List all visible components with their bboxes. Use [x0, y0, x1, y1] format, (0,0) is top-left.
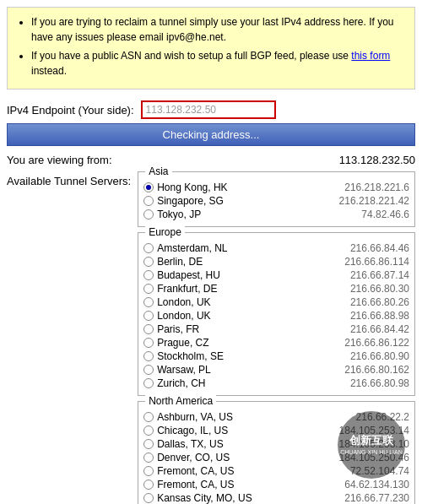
radio-button[interactable] [143, 466, 154, 476]
radio-button[interactable] [143, 439, 154, 449]
endpoint-row: IPv4 Endpoint (Your side): [0, 96, 422, 123]
radio-button[interactable] [143, 297, 154, 307]
info-line-2: If you have a public ASN and wish to set… [31, 48, 406, 79]
radio-button[interactable] [143, 243, 154, 253]
server-row[interactable]: London, UK216.66.88.98 [143, 309, 409, 322]
server-name: Berlin, DE [157, 256, 203, 268]
server-ip: 216.66.84.42 [350, 323, 409, 335]
radio-button[interactable] [143, 480, 154, 490]
server-row[interactable]: Stockholm, SE216.66.80.90 [143, 350, 409, 363]
server-ip: 216.66.80.26 [350, 296, 409, 308]
info-box: If you are trying to reclaim a tunnel si… [7, 7, 415, 89]
radio-button[interactable] [143, 324, 154, 334]
server-ip: 216.66.86.114 [344, 256, 409, 268]
radio-button[interactable] [143, 257, 154, 267]
viewing-row: You are viewing from: 113.128.232.50 [0, 151, 422, 169]
server-name: Tokyo, JP [157, 209, 201, 220]
server-row[interactable]: Singapore, SG216.218.221.42 [143, 194, 409, 208]
radio-button[interactable] [143, 365, 154, 375]
watermark: 创新互联 CHUANG XIN HU LIAN [338, 411, 405, 479]
viewing-ip: 113.128.232.50 [339, 154, 415, 166]
radio-button[interactable] [143, 351, 154, 361]
server-ip: 216.218.221.42 [339, 195, 409, 207]
server-row[interactable]: Zurich, CH216.66.80.98 [143, 377, 409, 390]
radio-button[interactable] [143, 453, 154, 463]
radio-button[interactable] [143, 182, 154, 192]
info-line-1: If you are trying to reclaim a tunnel si… [31, 14, 406, 45]
server-name: Dallas, TX, US [157, 438, 223, 450]
server-name: London, UK [157, 310, 210, 322]
server-name: Fremont, CA, US [157, 479, 234, 490]
server-name: Zurich, CH [157, 377, 205, 389]
server-name: Denver, CO, US [157, 452, 230, 463]
available-label: Available Tunnel Servers: [7, 171, 131, 504]
server-row[interactable]: Budapest, HU216.66.87.14 [143, 268, 409, 282]
server-row[interactable]: Tokyo, JP74.82.46.6 [143, 208, 409, 221]
server-name: Kansas City, MO, US [157, 492, 252, 504]
server-ip: 216.66.80.90 [350, 350, 409, 362]
region-title: North America [145, 395, 216, 407]
server-name: Amsterdam, NL [157, 242, 227, 254]
endpoint-label: IPv4 Endpoint (Your side): [7, 104, 134, 117]
server-row[interactable]: London, UK216.66.80.26 [143, 295, 409, 309]
server-name: Stockholm, SE [157, 350, 224, 362]
server-ip: 74.82.46.6 [361, 209, 409, 220]
server-ip: 216.66.88.98 [350, 310, 409, 322]
server-row[interactable]: Kansas City, MO, US216.66.77.230 [143, 491, 409, 504]
server-ip: 216.66.86.122 [344, 337, 409, 349]
server-name: Ashburn, VA, US [157, 411, 233, 423]
server-name: Paris, FR [157, 323, 199, 335]
radio-button[interactable] [143, 284, 154, 294]
server-row[interactable]: Berlin, DE216.66.86.114 [143, 255, 409, 268]
region-box-europe: EuropeAmsterdam, NL216.66.84.46Berlin, D… [138, 232, 415, 396]
this-form-link[interactable]: this form [351, 50, 390, 62]
server-name: Budapest, HU [157, 269, 220, 281]
server-name: Fremont, CA, US [157, 465, 234, 477]
server-ip: 216.66.87.14 [350, 269, 409, 281]
viewing-label: You are viewing from: [7, 154, 112, 166]
server-ip: 216.66.84.46 [350, 242, 409, 254]
region-title: Europe [145, 226, 185, 238]
server-ip: 216.218.221.6 [344, 182, 409, 193]
server-name: Hong Kong, HK [157, 182, 227, 193]
server-row[interactable]: Fremont, CA, US64.62.134.130 [143, 478, 409, 491]
radio-button[interactable] [143, 270, 154, 280]
radio-button[interactable] [143, 209, 154, 219]
region-box-asia: AsiaHong Kong, HK216.218.221.6Singapore,… [138, 171, 415, 227]
server-ip: 216.66.80.162 [344, 364, 409, 376]
radio-button[interactable] [143, 311, 154, 321]
server-row[interactable]: Frankfurt, DE216.66.80.30 [143, 282, 409, 295]
server-row[interactable]: Warsaw, PL216.66.80.162 [143, 363, 409, 377]
server-ip: 216.66.80.30 [350, 283, 409, 295]
server-name: London, UK [157, 296, 210, 308]
server-ip: 216.66.80.98 [350, 377, 409, 389]
server-name: Singapore, SG [157, 195, 224, 207]
server-ip: 216.66.77.230 [344, 492, 409, 504]
server-ip: 64.62.134.130 [344, 479, 409, 490]
server-row[interactable]: Paris, FR216.66.84.42 [143, 322, 409, 336]
radio-button[interactable] [143, 338, 154, 348]
radio-button[interactable] [143, 425, 154, 436]
server-name: Warsaw, PL [157, 364, 211, 376]
server-name: Prague, CZ [157, 337, 208, 349]
radio-button[interactable] [143, 412, 154, 422]
server-row[interactable]: Prague, CZ216.66.86.122 [143, 336, 409, 350]
server-name: Chicago, IL, US [157, 425, 228, 436]
radio-button[interactable] [143, 196, 154, 206]
server-row[interactable]: Hong Kong, HK216.218.221.6 [143, 181, 409, 194]
region-title: Asia [145, 165, 171, 177]
radio-button[interactable] [143, 493, 154, 503]
endpoint-input[interactable] [141, 100, 276, 119]
server-row[interactable]: Amsterdam, NL216.66.84.46 [143, 241, 409, 255]
server-name: Frankfurt, DE [157, 283, 217, 295]
check-button[interactable]: Checking address... [7, 123, 415, 146]
radio-button[interactable] [143, 378, 154, 388]
